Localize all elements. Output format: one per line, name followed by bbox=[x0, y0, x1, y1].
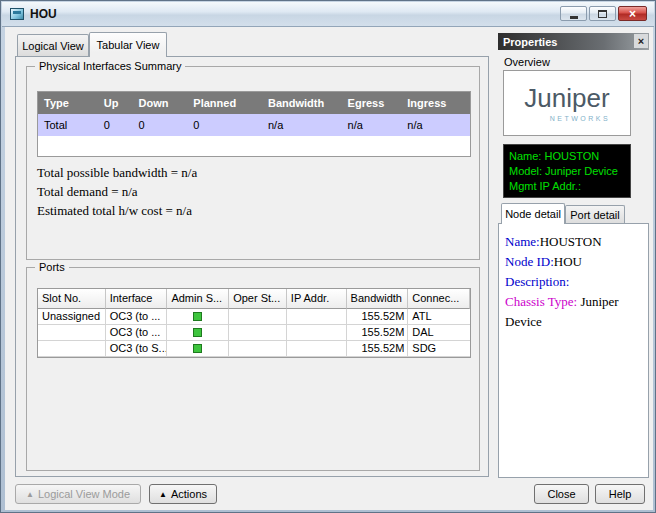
tab-logical-view[interactable]: Logical View bbox=[17, 34, 89, 56]
window-title: HOU bbox=[30, 7, 57, 21]
properties-close-button[interactable]: × bbox=[634, 34, 648, 48]
maximize-icon bbox=[598, 10, 607, 18]
detail-description-line: Description: bbox=[505, 272, 642, 292]
device-name-line: Name: HOUSTON bbox=[509, 149, 625, 164]
group-title: Physical Interfaces Summary bbox=[35, 60, 185, 72]
cell-oper-status bbox=[229, 325, 287, 341]
minimize-button[interactable] bbox=[560, 6, 587, 21]
close-button[interactable]: × bbox=[618, 6, 647, 21]
cell-slot bbox=[38, 341, 106, 357]
actions-button[interactable]: ▲ Actions bbox=[149, 484, 217, 504]
cell-slot bbox=[38, 325, 106, 341]
cell-admin-status bbox=[167, 309, 229, 325]
ports-group: Ports Slot No. Interface Admin S... Oper… bbox=[26, 267, 480, 471]
column-header-connec[interactable]: Connec... bbox=[408, 289, 470, 309]
collapse-arrow-icon: ▲ bbox=[26, 490, 34, 499]
column-header-down[interactable]: Down bbox=[133, 92, 188, 114]
cell-ip-addr bbox=[287, 341, 347, 357]
cell-slot: Unassigned bbox=[38, 309, 106, 325]
logical-view-mode-button[interactable]: ▲ Logical View Mode bbox=[15, 484, 141, 504]
table-row[interactable]: OC3 (to S... 155.52M SDG bbox=[38, 341, 470, 357]
device-model-line: Model: Juniper Device bbox=[509, 164, 625, 179]
minimize-icon bbox=[570, 16, 578, 19]
table-header-row: Type Up Down Planned Bandwidth Egress In… bbox=[38, 92, 470, 114]
cell-bandwidth: 155.52M bbox=[347, 325, 409, 341]
detail-name-line: Name:HOUSTON bbox=[505, 232, 642, 252]
help-button[interactable]: Help bbox=[595, 484, 645, 504]
table-row[interactable]: OC3 (to ... 155.52M DAL bbox=[38, 325, 470, 341]
cell-bandwidth: 155.52M bbox=[347, 309, 409, 325]
column-header-type[interactable]: Type bbox=[38, 92, 98, 114]
column-header-planned[interactable]: Planned bbox=[187, 92, 262, 114]
column-header-oper-status[interactable]: Oper St... bbox=[229, 289, 287, 309]
column-header-up[interactable]: Up bbox=[98, 92, 133, 114]
admin-status-up-icon bbox=[193, 312, 202, 321]
column-header-bandwidth[interactable]: Bandwidth bbox=[262, 92, 342, 114]
admin-status-up-icon bbox=[193, 344, 202, 353]
close-icon: × bbox=[638, 35, 644, 47]
detail-chassis-line: Chassis Type: Juniper Device bbox=[505, 292, 642, 332]
detail-node-id-line: Node ID:HOU bbox=[505, 252, 642, 272]
cell-type: Total bbox=[38, 114, 98, 136]
cell-ip-addr bbox=[287, 325, 347, 341]
dialog-close-button[interactable]: Close bbox=[534, 484, 589, 504]
overview-label: Overview bbox=[504, 56, 550, 68]
window-frame: HOU × Logical View Tabular View Physical… bbox=[0, 0, 656, 513]
column-header-ingress[interactable]: Ingress bbox=[401, 92, 470, 114]
tab-node-detail[interactable]: Node detail bbox=[501, 203, 565, 224]
actions-label: Actions bbox=[171, 488, 207, 500]
column-header-ip-addr[interactable]: IP Addr. bbox=[287, 289, 347, 309]
cell-planned: 0 bbox=[187, 114, 262, 136]
cell-oper-status bbox=[229, 341, 287, 357]
cell-admin-status bbox=[167, 341, 229, 357]
cell-bandwidth: 155.52M bbox=[347, 341, 409, 357]
device-info-box: Name: HOUSTON Model: Juniper Device Mgmt… bbox=[503, 144, 631, 198]
tabular-view-panel: Physical Interfaces Summary Type Up Down… bbox=[15, 56, 489, 477]
cell-up: 0 bbox=[98, 114, 133, 136]
device-mgmt-ip-line: Mgmt IP Addr.: bbox=[509, 179, 625, 194]
admin-status-up-icon bbox=[193, 328, 202, 337]
cell-connec: ATL bbox=[408, 309, 470, 325]
cell-connec: DAL bbox=[408, 325, 470, 341]
table-empty-area bbox=[38, 136, 470, 156]
cell-egress: n/a bbox=[342, 114, 402, 136]
table-row[interactable]: Total 0 0 0 n/a n/a n/a bbox=[38, 114, 470, 136]
summary-line-cost: Estimated total h/w cost = n/a bbox=[37, 201, 197, 220]
app-icon bbox=[10, 8, 24, 20]
client-area: Logical View Tabular View Physical Inter… bbox=[5, 27, 653, 510]
logical-view-mode-label: Logical View Mode bbox=[38, 488, 130, 500]
cell-down: 0 bbox=[133, 114, 188, 136]
cell-bandwidth: n/a bbox=[262, 114, 342, 136]
physical-interfaces-table: Type Up Down Planned Bandwidth Egress In… bbox=[37, 91, 471, 157]
table-header-row: Slot No. Interface Admin S... Oper St...… bbox=[38, 289, 470, 309]
close-icon: × bbox=[629, 8, 636, 20]
tab-tabular-view[interactable]: Tabular View bbox=[89, 32, 167, 57]
node-detail-panel: Name:HOUSTON Node ID:HOU Description: Ch… bbox=[498, 223, 649, 478]
cell-ingress: n/a bbox=[401, 114, 470, 136]
maximize-button[interactable] bbox=[589, 6, 616, 21]
summary-line-bandwidth: Total possible bandwidth = n/a bbox=[37, 163, 197, 182]
group-title: Ports bbox=[35, 261, 69, 273]
logo-wordmark: Juniper bbox=[504, 83, 630, 114]
table-row[interactable]: Unassigned OC3 (to ... 155.52M ATL bbox=[38, 309, 470, 325]
column-header-egress[interactable]: Egress bbox=[342, 92, 402, 114]
cell-interface: OC3 (to S... bbox=[106, 341, 168, 357]
cell-ip-addr bbox=[287, 309, 347, 325]
properties-panel: Properties × Overview Juniper NETWORKS N… bbox=[498, 33, 649, 478]
column-header-admin-status[interactable]: Admin S... bbox=[167, 289, 229, 309]
column-header-interface[interactable]: Interface bbox=[106, 289, 168, 309]
juniper-logo: Juniper NETWORKS bbox=[503, 70, 631, 136]
cell-oper-status bbox=[229, 309, 287, 325]
column-header-bandwidth[interactable]: Bandwidth bbox=[347, 289, 409, 309]
collapse-arrow-icon: ▲ bbox=[159, 490, 167, 499]
ports-table: Slot No. Interface Admin S... Oper St...… bbox=[37, 288, 471, 358]
summary-line-demand: Total demand = n/a bbox=[37, 182, 197, 201]
titlebar[interactable]: HOU × bbox=[2, 2, 654, 27]
tab-port-detail[interactable]: Port detail bbox=[565, 205, 625, 224]
properties-title-label: Properties bbox=[503, 36, 557, 48]
column-header-slot[interactable]: Slot No. bbox=[38, 289, 106, 309]
properties-title: Properties × bbox=[498, 33, 649, 50]
logo-networks-label: NETWORKS bbox=[504, 115, 630, 122]
cell-connec: SDG bbox=[408, 341, 470, 357]
cell-admin-status bbox=[167, 325, 229, 341]
